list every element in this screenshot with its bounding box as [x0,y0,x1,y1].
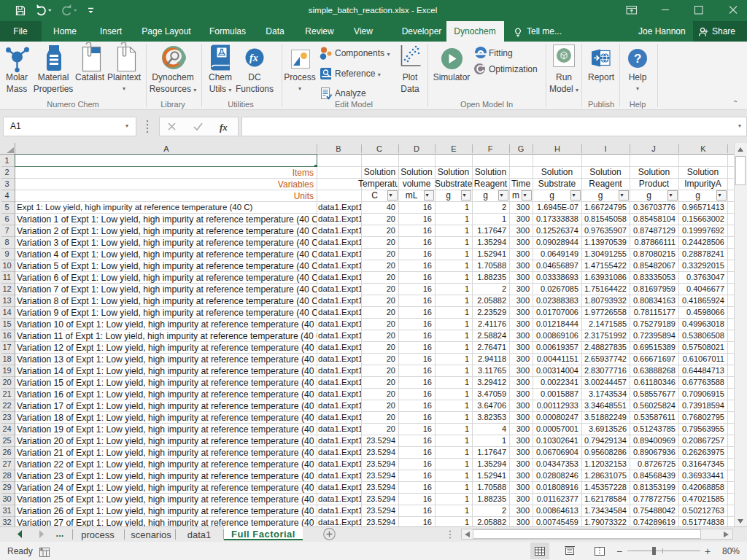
svg-text:fx: fx [249,52,258,63]
svg-text:?: ? [634,52,641,66]
svg-text:fx: fx [220,122,228,133]
